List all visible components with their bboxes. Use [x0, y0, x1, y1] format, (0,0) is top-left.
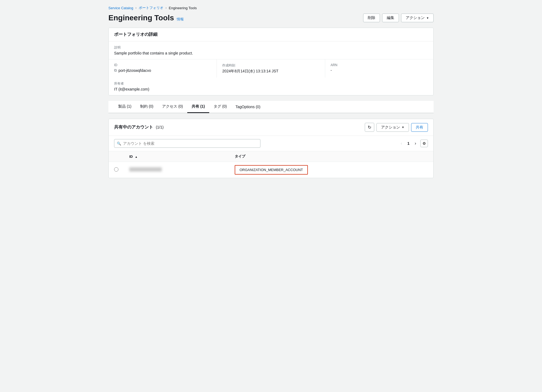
owner-label: 所有者: [114, 81, 428, 86]
blurred-account-id: [129, 167, 162, 172]
created-value: 2024年8月14日(水) 13:13:14 JST: [222, 69, 319, 74]
tab-tagoptions[interactable]: TagOptions (0): [231, 101, 265, 113]
section-header: 共有中のアカウント (1/1) ↻ アクション 共有: [109, 119, 433, 136]
arn-label: ARN: [331, 63, 428, 67]
page-number: 1: [406, 141, 411, 146]
row-type-cell: ORGANIZATION_MEMBER_ACCOUNT: [229, 162, 433, 178]
share-button[interactable]: 共有: [411, 123, 428, 132]
page-header: Engineering Tools 情報 削除 編集 アクション: [108, 14, 434, 22]
table-id-header[interactable]: ID ▲: [124, 151, 229, 162]
breadcrumb-sep-2: ›: [166, 6, 167, 10]
id-cell: ID ⧉ port-j6zoswqfdacvo: [109, 59, 217, 78]
page-title-group: Engineering Tools 情報: [108, 14, 184, 22]
breadcrumb: Service Catalog › ポートフォリオ › Engineering …: [108, 5, 434, 10]
search-bar-row: 🔍 ‹ 1 › ⚙: [109, 136, 433, 151]
accounts-table: ID ▲ タイプ ORGANIZAT: [109, 151, 433, 178]
table-row: ORGANIZATION_MEMBER_ACCOUNT: [109, 162, 433, 178]
page-info-badge[interactable]: 情報: [177, 17, 184, 22]
sort-asc-icon: ▲: [135, 155, 138, 158]
created-label: 作成時刻: [222, 63, 319, 68]
owner-value: IT (it@example.com): [114, 87, 428, 91]
id-label: ID: [114, 63, 211, 67]
breadcrumb-current: Engineering Tools: [169, 6, 197, 10]
description-section: 説明 Sample portfolio that contains a sing…: [109, 41, 433, 59]
delete-button[interactable]: 削除: [363, 14, 380, 22]
table-type-header[interactable]: タイプ: [229, 151, 433, 162]
prev-page-button[interactable]: ‹: [398, 140, 405, 147]
action-button[interactable]: アクション: [401, 14, 434, 22]
created-cell: 作成時刻 2024年8月14日(水) 13:13:14 JST: [217, 59, 325, 78]
id-value-group: ⧉ port-j6zoswqfdacvo: [114, 68, 211, 73]
row-radio-cell[interactable]: [109, 162, 124, 178]
search-input-wrap: 🔍: [114, 139, 260, 148]
row-radio[interactable]: [114, 167, 118, 172]
section-title: 共有中のアカウント (1/1): [114, 124, 164, 130]
description-label: 説明: [114, 45, 428, 50]
refresh-button[interactable]: ↻: [365, 123, 374, 132]
table-select-col: [109, 151, 124, 162]
arn-cell: ARN -: [325, 59, 433, 78]
breadcrumb-sep-1: ›: [136, 6, 137, 10]
pagination: ‹ 1 › ⚙: [398, 140, 428, 147]
tabs-container: 製品 (1) 制約 (0) アクセス (0) 共有 (1) タグ (0) Tag…: [108, 101, 434, 113]
tab-tags[interactable]: タグ (0): [209, 101, 231, 113]
copy-icon[interactable]: ⧉: [114, 68, 117, 73]
tab-products[interactable]: 製品 (1): [114, 101, 136, 113]
page-title: Engineering Tools: [108, 14, 174, 22]
edit-button[interactable]: 編集: [382, 14, 399, 22]
detail-grid: ID ⧉ port-j6zoswqfdacvo 作成時刻 2024年8月14日(…: [109, 59, 433, 78]
owner-section: 所有者 IT (it@example.com): [109, 78, 433, 95]
tab-sharing[interactable]: 共有 (1): [187, 101, 209, 113]
card-header: ポートフォリオの詳細: [109, 28, 433, 41]
arn-value: -: [331, 68, 428, 72]
description-value: Sample portfolio that contains a single …: [114, 51, 428, 55]
table-settings-button[interactable]: ⚙: [420, 140, 428, 147]
refresh-icon: ↻: [368, 125, 371, 130]
accounts-action-button[interactable]: アクション: [376, 123, 409, 132]
id-value: port-j6zoswqfdacvo: [118, 68, 151, 73]
section-actions: ↻ アクション 共有: [365, 123, 428, 132]
header-actions: 削除 編集 アクション: [363, 14, 434, 22]
tab-access[interactable]: アクセス (0): [158, 101, 187, 113]
tabs-list: 製品 (1) 制約 (0) アクセス (0) 共有 (1) タグ (0) Tag…: [108, 101, 434, 113]
tab-constraints[interactable]: 制約 (0): [136, 101, 158, 113]
shared-accounts-card: 共有中のアカウント (1/1) ↻ アクション 共有 🔍 ‹ 1 › ⚙: [108, 119, 434, 178]
search-icon: 🔍: [117, 142, 121, 146]
search-input[interactable]: [114, 139, 260, 148]
section-count: (1/1): [156, 125, 164, 129]
row-id-cell: [124, 162, 229, 178]
account-type-badge: ORGANIZATION_MEMBER_ACCOUNT: [235, 165, 308, 175]
card-title: ポートフォリオの詳細: [114, 32, 428, 37]
portfolio-details-card: ポートフォリオの詳細 説明 Sample portfolio that cont…: [108, 28, 434, 95]
section-title-text: 共有中のアカウント: [114, 125, 153, 129]
breadcrumb-service-catalog[interactable]: Service Catalog: [108, 6, 133, 10]
next-page-button[interactable]: ›: [412, 140, 419, 147]
breadcrumb-portfolio[interactable]: ポートフォリオ: [139, 5, 163, 10]
